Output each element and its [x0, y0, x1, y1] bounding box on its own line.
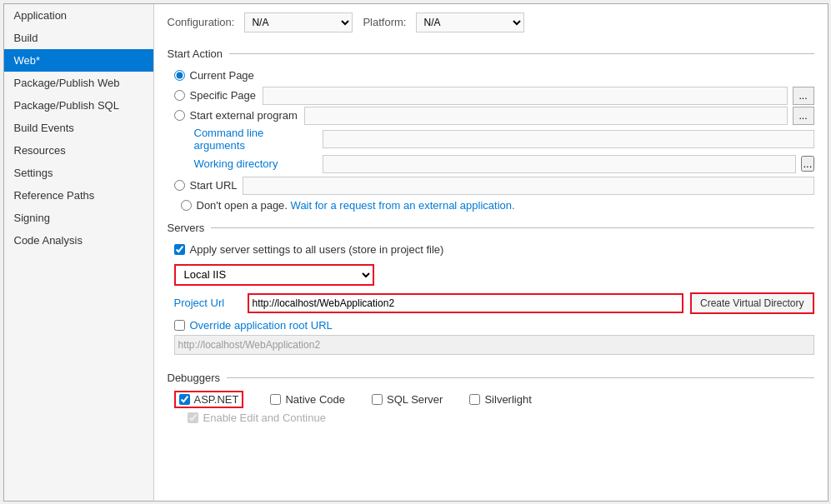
override-url-row: Override application root URL	[174, 319, 814, 332]
project-url-label: Project Url	[174, 297, 241, 309]
specific-page-browse-button[interactable]: ...	[793, 87, 814, 105]
external-program-browse-button[interactable]: ...	[793, 107, 814, 125]
sidebar-item-resources[interactable]: Resources	[4, 139, 153, 162]
command-line-row: Command line arguments	[194, 127, 814, 152]
external-program-label[interactable]: Start external program	[190, 109, 298, 122]
current-page-radio[interactable]	[174, 70, 185, 81]
main-content: Configuration: N/A Platform: N/A Start A…	[154, 4, 828, 501]
start-url-label[interactable]: Start URL	[190, 179, 238, 192]
specific-page-label[interactable]: Specific Page	[190, 89, 257, 102]
sidebar-item-signing[interactable]: Signing	[4, 207, 153, 229]
start-url-input[interactable]	[243, 177, 814, 195]
external-program-row: Start external program ...	[174, 107, 814, 125]
working-dir-input[interactable]	[323, 155, 797, 173]
enable-edit-checkbox	[188, 412, 198, 423]
start-url-row: Start URL	[174, 177, 814, 195]
working-dir-label: Working directory	[194, 157, 318, 170]
aspnet-label[interactable]: ASP.NET	[194, 393, 239, 406]
sidebar-item-settings[interactable]: Settings	[4, 162, 153, 184]
enable-edit-row: Enable Edit and Continue	[188, 412, 814, 424]
native-debugger-item: Native Code	[270, 393, 345, 406]
silverlight-checkbox[interactable]	[469, 394, 480, 405]
sql-server-checkbox[interactable]	[372, 394, 383, 405]
current-page-label[interactable]: Current Page	[190, 69, 254, 82]
override-url-input	[174, 335, 814, 355]
create-virtual-directory-button[interactable]: Create Virtual Directory	[690, 292, 814, 314]
sidebar-item-code-analysis[interactable]: Code Analysis	[4, 229, 153, 252]
aspnet-checkbox[interactable]	[179, 394, 190, 405]
sql-server-label[interactable]: SQL Server	[387, 393, 443, 406]
silverlight-debugger-item: Silverlight	[469, 393, 531, 406]
project-url-input[interactable]	[248, 293, 684, 313]
start-action-options: Current Page Specific Page ... Start ext…	[174, 67, 814, 215]
specific-page-row: Specific Page ...	[174, 87, 814, 105]
command-line-input[interactable]	[323, 130, 814, 148]
servers-header: Servers	[168, 222, 814, 234]
apply-server-settings-label[interactable]: Apply server settings to all users (stor…	[190, 243, 444, 256]
working-dir-row: Working directory ...	[194, 155, 814, 173]
aspnet-debugger-item: ASP.NET	[174, 391, 244, 408]
servers-section: Servers Apply server settings to all use…	[168, 218, 814, 358]
silverlight-label[interactable]: Silverlight	[484, 393, 531, 406]
specific-page-input[interactable]	[263, 87, 788, 105]
sidebar-item-package-publish-web[interactable]: Package/Publish Web	[4, 72, 153, 94]
top-bar: Configuration: N/A Platform: N/A	[168, 12, 814, 32]
debuggers-header: Debuggers	[168, 372, 814, 384]
override-url-label[interactable]: Override application root URL	[190, 319, 333, 332]
override-url-checkbox[interactable]	[174, 320, 185, 331]
specific-page-radio[interactable]	[174, 90, 185, 101]
configuration-select[interactable]: N/A	[244, 12, 353, 32]
external-program-input[interactable]	[304, 107, 788, 125]
sidebar-item-build-events[interactable]: Build Events	[4, 117, 153, 139]
current-page-row: Current Page	[174, 67, 814, 85]
dont-open-label[interactable]: Don't open a page. Wait for a request fr…	[197, 199, 515, 212]
configuration-label: Configuration:	[168, 16, 235, 28]
platform-label: Platform:	[363, 16, 406, 28]
sidebar-item-reference-paths[interactable]: Reference Paths	[4, 184, 153, 207]
dont-open-radio[interactable]	[181, 200, 192, 211]
enable-edit-label: Enable Edit and Continue	[203, 412, 326, 424]
start-url-radio[interactable]	[174, 180, 185, 191]
apply-server-settings-row: Apply server settings to all users (stor…	[174, 241, 814, 259]
server-select-row: Local IIS IIS Express Custom	[174, 264, 814, 286]
debuggers-section: Debuggers ASP.NET Native Code SQL Server	[168, 368, 814, 424]
external-program-radio[interactable]	[174, 110, 185, 121]
sidebar-item-build[interactable]: Build	[4, 27, 153, 49]
sql-debugger-item: SQL Server	[372, 393, 443, 406]
platform-select[interactable]: N/A	[416, 12, 524, 32]
sidebar-item-application[interactable]: Application	[4, 4, 153, 27]
dont-open-row: Don't open a page. Wait for a request fr…	[181, 197, 814, 215]
native-code-checkbox[interactable]	[270, 394, 281, 405]
apply-server-settings-checkbox[interactable]	[174, 244, 185, 255]
debuggers-row: ASP.NET Native Code SQL Server Silverlig…	[174, 391, 814, 408]
server-select[interactable]: Local IIS IIS Express Custom	[174, 264, 374, 286]
override-url-input-row	[174, 335, 814, 355]
start-action-header: Start Action	[168, 47, 814, 60]
sidebar-item-package-publish-sql[interactable]: Package/Publish SQL	[4, 94, 153, 117]
project-url-row: Project Url Create Virtual Directory	[174, 292, 814, 314]
sidebar: Application Build Web* Package/Publish W…	[4, 4, 154, 501]
command-line-label: Command line arguments	[194, 127, 318, 152]
native-code-label[interactable]: Native Code	[285, 393, 345, 406]
working-dir-browse-button[interactable]: ...	[801, 156, 813, 172]
sidebar-item-web[interactable]: Web*	[4, 49, 153, 72]
